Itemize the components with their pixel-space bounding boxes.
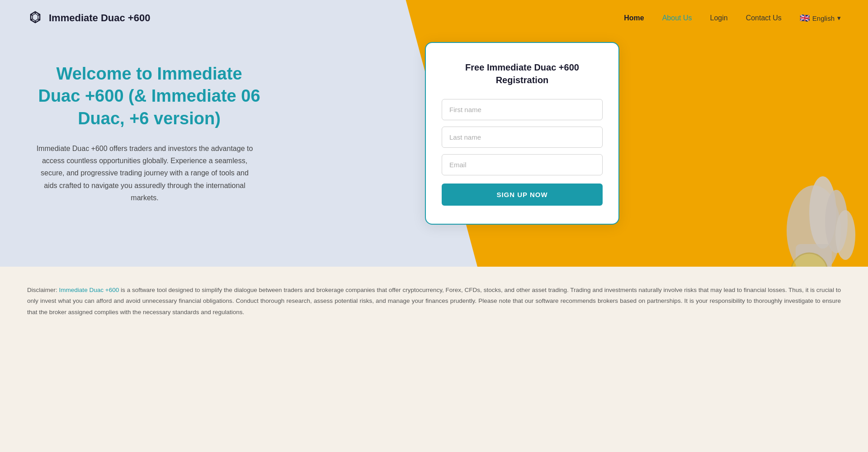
language-selector[interactable]: 🇬🇧 English ▾: [800, 13, 841, 23]
disclaimer-prefix: Disclaimer:: [27, 287, 57, 293]
chevron-down-icon: ▾: [837, 14, 841, 22]
logo-icon: [27, 10, 43, 26]
header: Immediate Duac +600 Home About Us Login …: [0, 0, 868, 36]
disclaimer-link[interactable]: Immediate Duac +600: [59, 287, 119, 293]
nav-home[interactable]: Home: [624, 14, 644, 22]
email-input[interactable]: [442, 154, 603, 175]
nav-login[interactable]: Login: [710, 14, 728, 22]
hero-description: Immediate Duac +600 offers traders and i…: [36, 142, 253, 204]
signup-button[interactable]: SIGN UP NOW: [442, 184, 603, 206]
hand-illustration: $: [723, 86, 868, 267]
svg-point-10: [835, 210, 855, 260]
nav-about[interactable]: About Us: [662, 14, 692, 22]
hand-svg: $: [723, 86, 868, 267]
hero-title: Welcome to Immediate Duac +600 (& Immedi…: [36, 63, 262, 130]
logo-text: Immediate Duac +600: [49, 12, 150, 24]
registration-card: Free Immediate Duac +600 Registration SI…: [425, 42, 619, 225]
lang-flag: 🇬🇧: [800, 13, 810, 23]
disclaimer-body: is a software tool designed to simplify …: [27, 287, 841, 315]
lang-label: English: [812, 14, 835, 22]
first-name-input[interactable]: [442, 99, 603, 120]
navigation: Home About Us Login Contact Us 🇬🇧 Englis…: [624, 13, 841, 23]
hero-section: Welcome to Immediate Duac +600 (& Immedi…: [0, 0, 868, 267]
registration-title: Free Immediate Duac +600 Registration: [442, 61, 603, 86]
last-name-input[interactable]: [442, 127, 603, 148]
disclaimer-section: Disclaimer: Immediate Duac +600 is a sof…: [0, 267, 868, 336]
logo-area: Immediate Duac +600: [27, 10, 150, 26]
hero-left-panel: Welcome to Immediate Duac +600 (& Immedi…: [0, 0, 477, 267]
nav-contact[interactable]: Contact Us: [746, 14, 782, 22]
